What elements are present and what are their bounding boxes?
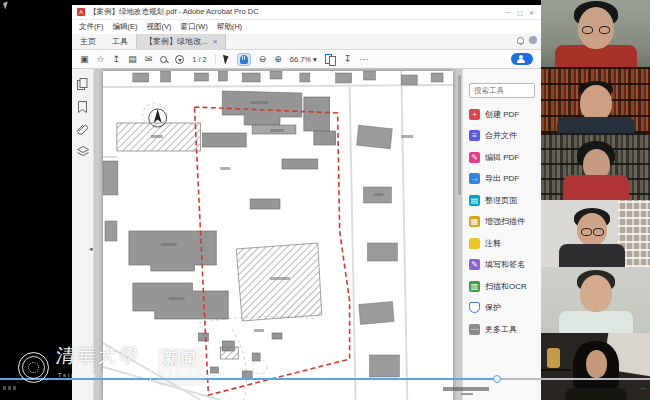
minimize-button[interactable]: — bbox=[505, 9, 511, 16]
edit-pdf-icon: ✎ bbox=[469, 152, 480, 163]
more-tools-icon[interactable]: ··· bbox=[359, 55, 368, 64]
avatar bbox=[581, 228, 604, 234]
toolbar: ▣ ☆ ↥ ▤ ✉ 1 / 2 ⊖ ⊕ 66.7% ▾ ↧ ··· bbox=[72, 50, 541, 69]
menubar: 文件(F) 编辑(E) 视图(V) 窗口(W) 帮助(H) bbox=[72, 20, 541, 34]
fill-sign-pen-icon: ✎ bbox=[469, 259, 480, 270]
page-indicator: 1 / 2 bbox=[192, 55, 206, 64]
close-button[interactable]: ✕ bbox=[529, 9, 534, 16]
tsinghua-english-text: Tsinghua University bbox=[58, 372, 148, 378]
print-icon[interactable]: ▤ bbox=[128, 55, 137, 64]
menu-edit[interactable]: 编辑(E) bbox=[113, 22, 138, 32]
tools-panel: + 创建 PDF ≡ 合并文件 ✎ 编辑 PDF → 导出 PDF ▤ 整理 bbox=[462, 69, 541, 400]
tool-label: 保护 bbox=[485, 302, 501, 313]
tab-home[interactable]: 主页 bbox=[72, 34, 104, 49]
tab-document[interactable]: 【案例】绿地改... × bbox=[136, 34, 226, 49]
cursor-mark-icon bbox=[3, 1, 10, 9]
tool-scan-ocr[interactable]: ▥ 扫描和OCR bbox=[469, 281, 535, 292]
window-controls: — ▢ ✕ bbox=[505, 9, 536, 16]
maximize-button[interactable]: ▢ bbox=[517, 9, 523, 16]
tool-export-pdf[interactable]: → 导出 PDF bbox=[469, 173, 535, 184]
window-title: 【案例】绿地改造规划.pdf - Adobe Acrobat Pro DC bbox=[89, 7, 501, 17]
collapse-panel-arrow[interactable]: ◂ bbox=[89, 245, 93, 253]
tool-organize-pages[interactable]: ▤ 整理页面 bbox=[469, 195, 535, 206]
chevron-down-icon: ▾ bbox=[313, 55, 317, 64]
participant-video-6[interactable]: ··· bbox=[541, 333, 650, 400]
tsinghua-script-text: 清華大學 bbox=[55, 343, 144, 369]
avatar bbox=[557, 117, 635, 134]
watermark-divider bbox=[150, 350, 151, 382]
acrobat-logo-icon: A bbox=[77, 8, 85, 16]
shelf bbox=[541, 369, 571, 371]
participant-video-3[interactable] bbox=[541, 133, 650, 200]
page-thumbnails-icon[interactable] bbox=[77, 78, 88, 90]
tsinghua-news-watermark: 清華大學 Tsinghua University 新闻 NEWS bbox=[0, 340, 300, 400]
menu-help[interactable]: 帮助(H) bbox=[217, 22, 242, 32]
save-icon[interactable]: ▣ bbox=[80, 55, 89, 64]
tool-comment[interactable]: 注释 bbox=[469, 238, 535, 249]
create-pdf-icon: + bbox=[469, 109, 480, 120]
participant-video-1[interactable] bbox=[541, 0, 650, 67]
tool-more-tools[interactable]: ⋯ 更多工具 bbox=[469, 324, 535, 335]
shelf-jar bbox=[547, 348, 560, 368]
star-icon[interactable]: ☆ bbox=[97, 55, 105, 64]
zoom-level[interactable]: 66.7% ▾ bbox=[290, 55, 317, 64]
tool-label: 合并文件 bbox=[485, 130, 517, 141]
hand-tool-icon bbox=[240, 55, 248, 64]
vertical-scrollbar[interactable] bbox=[458, 75, 461, 195]
account-avatar[interactable] bbox=[529, 36, 537, 44]
layers-icon[interactable] bbox=[77, 146, 89, 157]
organize-pages-icon: ▤ bbox=[469, 195, 480, 206]
avatar bbox=[580, 85, 612, 121]
more-tools-icon: ⋯ bbox=[469, 324, 480, 335]
download-icon[interactable]: ↧ bbox=[344, 55, 352, 64]
search-icon[interactable] bbox=[160, 56, 167, 63]
tab-tools[interactable]: 工具 bbox=[104, 34, 136, 49]
avatar bbox=[563, 175, 629, 200]
zoom-in-icon[interactable]: ⊕ bbox=[274, 55, 282, 64]
divider bbox=[215, 54, 216, 65]
participant-video-4[interactable] bbox=[541, 200, 650, 267]
tool-label: 编辑 PDF bbox=[485, 152, 519, 163]
page-footer-text-smudge bbox=[443, 387, 507, 396]
enhance-scans-icon: ▦ bbox=[469, 216, 480, 227]
tool-label: 更多工具 bbox=[485, 324, 517, 335]
menu-window[interactable]: 窗口(W) bbox=[181, 22, 208, 32]
page-current[interactable]: 1 bbox=[192, 55, 196, 64]
tool-label: 填写和签名 bbox=[485, 259, 525, 270]
tab-close-icon[interactable]: × bbox=[213, 37, 218, 46]
notifications-bell-icon[interactable] bbox=[517, 37, 524, 44]
avatar bbox=[586, 350, 607, 378]
participant-video-5[interactable] bbox=[541, 267, 650, 334]
bookmarks-icon[interactable] bbox=[78, 101, 87, 113]
tool-enhance-scans[interactable]: ▦ 增强扫描件 bbox=[469, 216, 535, 227]
mail-icon[interactable]: ✉ bbox=[145, 55, 153, 64]
tool-protect[interactable]: 保护 bbox=[469, 302, 535, 313]
share-upload-icon[interactable]: ↥ bbox=[113, 55, 121, 64]
tool-fill-sign[interactable]: ✎ 填写和签名 bbox=[469, 259, 535, 270]
zoom-out-icon[interactable]: ⊖ bbox=[259, 55, 267, 64]
menu-view[interactable]: 视图(V) bbox=[147, 22, 172, 32]
tool-label: 创建 PDF bbox=[485, 109, 519, 120]
tool-create-pdf[interactable]: + 创建 PDF bbox=[469, 109, 535, 120]
tool-combine-files[interactable]: ≡ 合并文件 bbox=[469, 130, 535, 141]
comment-bubble-icon bbox=[469, 238, 480, 249]
tool-label: 注释 bbox=[485, 238, 501, 249]
page-view-icon[interactable] bbox=[325, 54, 336, 65]
page-down-icon[interactable] bbox=[175, 55, 184, 64]
share-person-button[interactable] bbox=[511, 53, 533, 65]
tool-label: 扫描和OCR bbox=[485, 281, 527, 292]
news-en-label: NEWS bbox=[158, 368, 204, 378]
avatar bbox=[582, 26, 610, 32]
select-cursor-icon[interactable] bbox=[223, 54, 230, 65]
attachments-paperclip-icon[interactable] bbox=[77, 124, 88, 135]
tabbar: 主页 工具 【案例】绿地改... × bbox=[72, 34, 541, 50]
progress-knob[interactable] bbox=[493, 375, 501, 383]
menu-file[interactable]: 文件(F) bbox=[79, 22, 104, 32]
tool-edit-pdf[interactable]: ✎ 编辑 PDF bbox=[469, 152, 535, 163]
hand-tool-selected[interactable] bbox=[237, 53, 251, 66]
zoom-percent: 66.7% bbox=[290, 55, 311, 64]
news-badge: 新闻 NEWS bbox=[158, 348, 204, 386]
tool-label: 整理页面 bbox=[485, 195, 517, 206]
participant-video-2[interactable] bbox=[541, 67, 650, 134]
tools-search-input[interactable] bbox=[469, 83, 535, 98]
